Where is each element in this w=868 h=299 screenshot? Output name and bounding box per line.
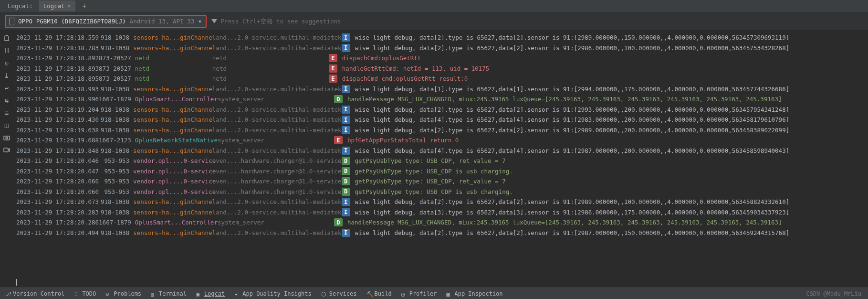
message: getPsyUsbType type: USB_CDP, ret_value =… bbox=[355, 178, 506, 185]
todo-tab[interactable]: ≣TODO bbox=[69, 290, 101, 297]
soft-wrap-icon[interactable]: ↩ bbox=[3, 84, 10, 92]
message: handleMessage MSG_LUX_CHANGED, mLux:245.… bbox=[347, 219, 782, 226]
filter-field[interactable] bbox=[211, 18, 460, 25]
logcat-tab[interactable]: ≡Logcat bbox=[191, 290, 230, 297]
split-icon[interactable]: ◫ bbox=[3, 121, 10, 129]
message: getPsyUsbType type: USB_CDP is usb charg… bbox=[355, 188, 513, 195]
problems-tab[interactable]: ⊘Problems bbox=[101, 290, 146, 297]
log-row[interactable]: 2023-11-29 17:28:20.2861667-1879OplusSma… bbox=[13, 217, 868, 228]
chevron-down-icon: ▾ bbox=[198, 18, 202, 25]
appins-tab[interactable]: ▦App Inspection bbox=[441, 290, 507, 297]
tag: sensors-ha...ginChannel bbox=[133, 127, 216, 134]
log-row[interactable]: 2023-11-29 17:28:20.060953-953vendor.opl… bbox=[13, 187, 868, 197]
funnel-icon bbox=[211, 19, 217, 24]
log-row[interactable]: 2023-11-29 17:28:18.892873-20527netdnetd… bbox=[13, 53, 868, 64]
tag: sensors-ha...ginChannel bbox=[133, 34, 216, 41]
level-badge: I bbox=[342, 126, 350, 134]
services-tab[interactable]: ⬡Services bbox=[316, 290, 362, 297]
timestamp: 2023-11-29 17:28:18.559 bbox=[16, 34, 99, 41]
message: wise light debug, data[3].type is 65627,… bbox=[355, 209, 790, 216]
svg-rect-0 bbox=[4, 136, 10, 140]
app: and...2.0-service.multihal-mediatek bbox=[216, 147, 341, 154]
log-list[interactable]: 2023-11-29 17:28:18.559918-1038sensors-h… bbox=[13, 31, 868, 288]
pid: 1667-1879 bbox=[99, 219, 135, 226]
pid: 918-1038 bbox=[99, 209, 133, 216]
timestamp: 2023-11-29 17:28:19.638 bbox=[16, 127, 99, 134]
log-row[interactable]: 2023-11-29 17:28:20.046953-953vendor.opl… bbox=[13, 156, 868, 166]
log-row[interactable]: 2023-11-29 17:28:20.283918-1038sensors-h… bbox=[13, 207, 868, 218]
profiler-icon: ◷ bbox=[401, 291, 407, 297]
phone-icon bbox=[10, 18, 14, 25]
app: netd bbox=[212, 65, 329, 72]
settings-icon[interactable]: ⇆ bbox=[3, 96, 10, 104]
log-row[interactable]: 2023-11-29 17:28:20.073918-1038sensors-h… bbox=[13, 197, 868, 207]
message: getPsyUsbType type: USB_CDP, ret_value =… bbox=[355, 157, 506, 164]
log-row[interactable]: 2023-11-29 17:28:18.783918-1038sensors-h… bbox=[13, 43, 868, 53]
build-icon: 🔨 bbox=[366, 291, 372, 297]
tabbar: Logcat: Logcat ✕ ＋ bbox=[0, 0, 868, 12]
profiler-tab[interactable]: ◷Profiler bbox=[397, 290, 442, 297]
app: netd bbox=[212, 75, 329, 82]
device-selector[interactable]: OPPO PGBM10 (D6FQIZIB6PTO89LJ) Android 1… bbox=[5, 15, 207, 28]
log-row[interactable]: 2023-11-29 17:28:19.6881667-2123OplusNet… bbox=[13, 135, 868, 146]
pid: 918-1038 bbox=[99, 147, 133, 154]
aqi-tab[interactable]: ✦App Quality Insights bbox=[230, 290, 316, 297]
terminal-tab[interactable]: ▤Terminal bbox=[146, 290, 191, 297]
log-row[interactable]: 2023-11-29 17:28:19.204918-1038sensors-h… bbox=[13, 105, 868, 115]
clear-icon[interactable] bbox=[3, 34, 10, 42]
restart-icon[interactable]: ↻ bbox=[3, 59, 10, 67]
record-icon[interactable] bbox=[3, 146, 10, 154]
level-badge: D bbox=[342, 188, 350, 196]
timestamp: 2023-11-29 17:28:18.892 bbox=[16, 54, 99, 62]
new-tab-button[interactable]: ＋ bbox=[76, 2, 93, 11]
pid: 873-20527 bbox=[99, 54, 135, 62]
log-row[interactable]: 2023-11-29 17:28:20.494918-1038sensors-h… bbox=[13, 228, 868, 238]
log-row[interactable]: 2023-11-29 17:28:18.893873-20527netdnetd… bbox=[13, 64, 868, 74]
log-row[interactable]: 2023-11-29 17:28:18.9961667-1879OplusSma… bbox=[13, 94, 868, 105]
services-icon: ⬡ bbox=[321, 291, 327, 297]
level-badge: I bbox=[342, 44, 350, 52]
close-icon[interactable]: ✕ bbox=[68, 3, 71, 9]
screenshot-icon[interactable] bbox=[3, 134, 10, 141]
pid: 873-20527 bbox=[99, 65, 135, 72]
pause-icon[interactable] bbox=[3, 47, 10, 54]
tag: sensors-ha...ginChannel bbox=[133, 85, 216, 93]
tab-logcat[interactable]: Logcat ✕ bbox=[39, 0, 76, 11]
tag: OplusSmart...Controller bbox=[135, 219, 218, 226]
log-row[interactable]: 2023-11-29 17:28:18.895873-20527netdnetd… bbox=[13, 74, 868, 84]
app: and...2.0-service.multihal-mediatek bbox=[216, 85, 341, 93]
app: and...2.0-service.multihal-mediatek bbox=[216, 198, 341, 205]
build-tab[interactable]: 🔨Build bbox=[362, 290, 397, 297]
log-row[interactable]: 2023-11-29 17:28:19.848918-1038sensors-h… bbox=[13, 146, 868, 156]
tag: OplusNetworkStatsNative bbox=[135, 137, 218, 144]
log-row[interactable]: 2023-11-29 17:28:19.430918-1038sensors-h… bbox=[13, 115, 868, 125]
message: wise light debug, data[2].type is 65627,… bbox=[355, 34, 790, 41]
app: ven....hardware.charger@1.0-service bbox=[216, 178, 341, 185]
app: system_server bbox=[218, 219, 334, 226]
log-row[interactable]: 2023-11-29 17:28:20.060953-953vendor.opl… bbox=[13, 176, 868, 187]
app: ven....hardware.charger@1.0-service bbox=[216, 188, 341, 195]
app: and...2.0-service.multihal-mediatek bbox=[216, 209, 341, 216]
app: and...2.0-service.multihal-mediatek bbox=[216, 127, 341, 134]
log-row[interactable]: 2023-11-29 17:28:19.638918-1038sensors-h… bbox=[13, 125, 868, 136]
vcs-tab[interactable]: ⎇Version Control bbox=[0, 290, 69, 297]
tag: sensors-ha...ginChannel bbox=[133, 44, 216, 52]
timestamp: 2023-11-29 17:28:18.993 bbox=[16, 85, 99, 93]
timestamp: 2023-11-29 17:28:18.996 bbox=[16, 96, 99, 103]
pid: 1667-2123 bbox=[99, 137, 135, 144]
pid: 918-1038 bbox=[99, 85, 133, 93]
filter-input[interactable] bbox=[221, 18, 460, 25]
log-row[interactable]: 2023-11-29 17:28:20.047953-953vendor.opl… bbox=[13, 166, 868, 177]
message: wise light debug, data[4].type is 65627,… bbox=[355, 116, 790, 123]
level-badge: I bbox=[342, 85, 350, 93]
message: handleGetRttCmd: netId = 113, uid = 1017… bbox=[342, 65, 490, 72]
message: wise light debug, data[4].type is 65627,… bbox=[355, 147, 790, 154]
filters-icon[interactable]: ≡ bbox=[3, 109, 10, 117]
pid: 918-1038 bbox=[99, 116, 133, 123]
tag: OplusSmart...Controller bbox=[135, 96, 218, 103]
log-row[interactable]: 2023-11-29 17:28:18.559918-1038sensors-h… bbox=[13, 32, 868, 43]
tag: netd bbox=[135, 65, 212, 72]
scroll-end-icon[interactable]: ⤓ bbox=[3, 72, 10, 79]
log-row[interactable]: 2023-11-29 17:28:18.993918-1038sensors-h… bbox=[13, 84, 868, 95]
pid: 953-953 bbox=[99, 178, 133, 185]
